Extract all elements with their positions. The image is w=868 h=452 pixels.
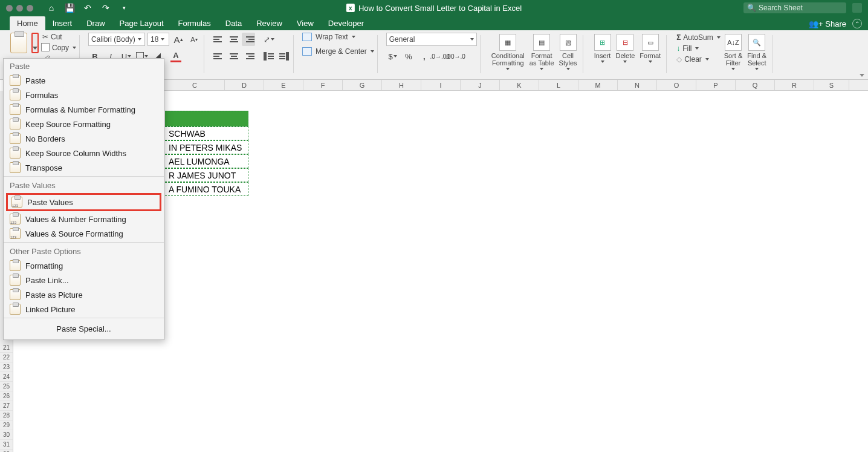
font-name-select[interactable]: Calibri (Body)	[88, 33, 145, 46]
decrease-font-button[interactable]: A▾	[187, 33, 201, 46]
sort-icon: A↓Z	[725, 34, 742, 51]
tab-home[interactable]: Home	[10, 16, 45, 30]
conditional-formatting-button[interactable]: ▦ConditionalFormatting	[489, 33, 527, 71]
tab-page-layout[interactable]: Page Layout	[112, 16, 171, 30]
table-icon: ▤	[533, 34, 550, 51]
undo-icon[interactable]: ↶	[83, 3, 92, 13]
highlight-paste-values: Paste Values	[6, 193, 161, 211]
clear-button[interactable]: Clear	[675, 54, 722, 64]
copy-button[interactable]: Copy	[42, 44, 76, 52]
tab-formulas[interactable]: Formulas	[171, 16, 218, 30]
sort-filter-button[interactable]: A↓ZSort &Filter	[722, 33, 745, 71]
redo-icon[interactable]: ↷	[101, 3, 111, 13]
menu-formulas[interactable]: Formulas	[4, 88, 164, 102]
tab-draw[interactable]: Draw	[79, 16, 112, 30]
window-controls[interactable]	[6, 5, 33, 11]
menu-formatting[interactable]: Formatting	[4, 258, 164, 273]
delete-cells-button[interactable]: ⊟Delete	[614, 33, 638, 64]
group-editing: AutoSum Fill Clear A↓ZSort &Filter 🔍Find…	[672, 33, 772, 79]
clipboard-icon	[10, 275, 21, 286]
increase-font-button[interactable]: A▴	[172, 33, 185, 46]
tab-insert[interactable]: Insert	[45, 16, 80, 30]
menu-section-paste: Paste	[4, 59, 164, 73]
paste-button[interactable]	[7, 33, 30, 53]
currency-button[interactable]: $	[386, 50, 400, 63]
save-icon[interactable]: 💾	[65, 3, 74, 13]
tab-data[interactable]: Data	[218, 16, 249, 30]
group-wrap: Wrap Text Merge & Center	[299, 33, 378, 79]
menu-values-source-formatting[interactable]: Values & Source Formatting	[4, 226, 164, 241]
menu-paste-link[interactable]: Paste Link...	[4, 273, 164, 287]
align-bottom-button[interactable]	[242, 33, 255, 46]
menu-no-borders[interactable]: No Borders	[4, 131, 164, 146]
clipboard-icon	[10, 162, 21, 173]
menu-linked-picture[interactable]: Linked Picture	[4, 302, 164, 316]
paste-dropdown-button[interactable]	[31, 33, 39, 53]
scissors-icon	[42, 33, 48, 41]
comma-button[interactable]: ,	[418, 50, 431, 63]
user-icon[interactable]	[852, 3, 862, 13]
clipboard-icon	[10, 104, 21, 115]
clipboard-icon	[10, 148, 21, 159]
increase-indent-button[interactable]	[277, 50, 290, 63]
menu-paste-values[interactable]: Paste Values	[8, 195, 160, 209]
align-top-button[interactable]	[213, 33, 226, 46]
share-button[interactable]: 👥+ Share	[809, 19, 846, 28]
sigma-icon	[676, 33, 681, 42]
magnifier-icon: 🔍	[748, 34, 765, 51]
search-input[interactable]	[759, 4, 831, 12]
menu-section-paste-values: Paste Values	[4, 178, 164, 192]
home-icon[interactable]: ⌂	[47, 3, 56, 13]
insert-cells-button[interactable]: ⊞Insert	[592, 33, 614, 64]
tab-developer[interactable]: Developer	[321, 16, 371, 30]
search-sheet[interactable]: 🔍	[743, 2, 846, 13]
qa-dropdown-icon[interactable]: ▾	[119, 3, 129, 13]
menu-paste[interactable]: Paste	[4, 73, 164, 88]
clipboard-icon	[10, 119, 21, 129]
cut-button[interactable]: Cut	[42, 33, 76, 41]
find-select-button[interactable]: 🔍Find &Select	[745, 33, 769, 71]
increase-decimal-button[interactable]: .0→.00	[433, 50, 447, 63]
menu-paste-special[interactable]: Paste Special...	[4, 319, 164, 338]
menu-section-other: Other Paste Options	[4, 244, 164, 258]
wrap-text-button[interactable]: Wrap Text	[302, 33, 374, 41]
menu-keep-source-column-widths[interactable]: Keep Source Column Widths	[4, 146, 164, 160]
menu-paste-as-picture[interactable]: Paste as Picture	[4, 287, 164, 302]
ribbon-tabs: Home Insert Draw Page Layout Formulas Da…	[0, 16, 868, 30]
menu-transpose[interactable]: Transpose	[4, 160, 164, 175]
font-size-select[interactable]: 18	[147, 33, 169, 46]
percent-button[interactable]: %	[402, 50, 415, 63]
align-center-button[interactable]	[227, 50, 241, 63]
menu-formulas-number-formatting[interactable]: Formulas & Number Formatting	[4, 102, 164, 117]
format-as-table-button[interactable]: ▤Formatas Table	[527, 33, 557, 71]
menu-keep-source-formatting[interactable]: Keep Source Formatting	[4, 117, 164, 131]
align-middle-button[interactable]	[227, 33, 241, 46]
decrease-indent-button[interactable]	[262, 50, 276, 63]
cell-fragment: SCHWAB	[165, 126, 248, 140]
autosum-button[interactable]: AutoSum	[675, 33, 722, 42]
font-color-button[interactable]: A	[169, 50, 183, 63]
orientation-button[interactable]: ⤢	[262, 33, 276, 46]
align-left-button[interactable]	[213, 50, 226, 63]
fill-button[interactable]: Fill	[675, 44, 722, 53]
ribbon-options-icon[interactable]	[860, 74, 864, 77]
excel-icon: x	[346, 4, 355, 12]
paste-dropdown-menu: Paste Paste Formulas Formulas & Number F…	[3, 58, 164, 340]
align-right-button[interactable]	[242, 50, 255, 63]
group-styles: ▦ConditionalFormatting ▤Formatas Table ▧…	[485, 33, 583, 79]
clipboard-icon	[10, 75, 21, 86]
clipboard-icon	[10, 90, 21, 100]
menu-values-number-formatting[interactable]: Values & Number Formatting	[4, 212, 164, 226]
merge-center-button[interactable]: Merge & Center	[302, 47, 374, 56]
tab-review[interactable]: Review	[249, 16, 290, 30]
delete-icon: ⊟	[617, 34, 633, 51]
clipboard-123-icon	[10, 228, 21, 239]
clipboard-123-icon	[11, 197, 22, 208]
decrease-decimal-button[interactable]: .00→.0	[449, 50, 462, 63]
cell-styles-button[interactable]: ▧CellStyles	[557, 33, 580, 71]
clipboard-icon	[10, 133, 21, 144]
collapse-ribbon-icon[interactable]: ⌃	[852, 19, 862, 28]
number-format-select[interactable]: General	[386, 33, 477, 46]
format-cells-button[interactable]: ▭Format	[637, 33, 663, 64]
tab-view[interactable]: View	[290, 16, 321, 30]
